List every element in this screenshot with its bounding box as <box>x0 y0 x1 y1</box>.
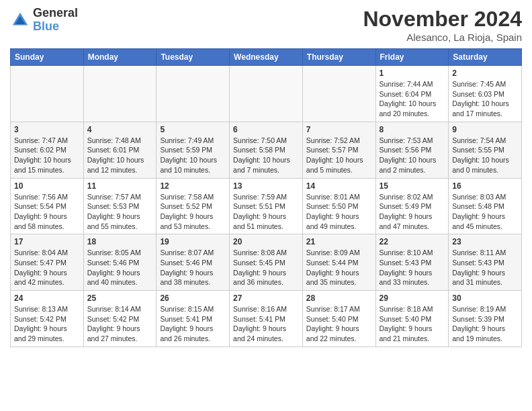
col-friday: Friday <box>375 49 449 66</box>
calendar-day: 24Sunrise: 8:13 AM Sunset: 5:42 PM Dayli… <box>11 291 84 347</box>
calendar-week-3: 10Sunrise: 7:56 AM Sunset: 5:54 PM Dayli… <box>11 178 522 234</box>
calendar-day: 23Sunrise: 8:11 AM Sunset: 5:43 PM Dayli… <box>449 234 522 291</box>
day-number: 25 <box>87 293 153 303</box>
calendar-day: 2Sunrise: 7:45 AM Sunset: 6:03 PM Daylig… <box>449 66 522 122</box>
calendar-day: 1Sunrise: 7:44 AM Sunset: 6:04 PM Daylig… <box>375 66 449 122</box>
day-info: Sunrise: 7:53 AM Sunset: 5:56 PM Dayligh… <box>380 136 445 175</box>
day-number: 30 <box>452 293 518 303</box>
day-number: 3 <box>14 125 80 134</box>
page-header: General Blue November 2024 Alesanco, La … <box>10 7 522 43</box>
calendar-day: 8Sunrise: 7:53 AM Sunset: 5:56 PM Daylig… <box>375 122 449 178</box>
day-info: Sunrise: 8:05 AM Sunset: 5:46 PM Dayligh… <box>87 248 153 287</box>
day-number: 6 <box>233 125 299 134</box>
day-info: Sunrise: 8:13 AM Sunset: 5:42 PM Dayligh… <box>14 304 80 344</box>
calendar-day: 30Sunrise: 8:19 AM Sunset: 5:39 PM Dayli… <box>449 291 522 347</box>
calendar-header-row: Sunday Monday Tuesday Wednesday Thursday… <box>11 49 522 66</box>
calendar-week-1: 1Sunrise: 7:44 AM Sunset: 6:04 PM Daylig… <box>11 66 522 122</box>
day-info: Sunrise: 7:58 AM Sunset: 5:52 PM Dayligh… <box>160 192 226 232</box>
calendar-day: 28Sunrise: 8:17 AM Sunset: 5:40 PM Dayli… <box>302 291 375 347</box>
logo-text-general: General <box>33 7 78 20</box>
day-info: Sunrise: 8:04 AM Sunset: 5:47 PM Dayligh… <box>14 248 80 287</box>
day-number: 7 <box>306 125 372 134</box>
day-number: 8 <box>380 125 445 134</box>
calendar-day: 16Sunrise: 8:03 AM Sunset: 5:48 PM Dayli… <box>449 178 522 234</box>
col-sunday: Sunday <box>11 49 84 66</box>
calendar-day: 21Sunrise: 8:09 AM Sunset: 5:44 PM Dayli… <box>302 234 375 291</box>
month-title: November 2024 <box>363 7 522 32</box>
day-info: Sunrise: 7:45 AM Sunset: 6:03 PM Dayligh… <box>452 79 518 119</box>
day-number: 15 <box>380 181 445 191</box>
col-thursday: Thursday <box>302 49 375 66</box>
day-number: 20 <box>233 237 299 246</box>
calendar-day <box>83 66 157 122</box>
calendar-day <box>157 66 230 122</box>
day-number: 24 <box>14 293 80 303</box>
day-info: Sunrise: 8:01 AM Sunset: 5:50 PM Dayligh… <box>306 192 372 232</box>
day-number: 2 <box>452 68 518 78</box>
logo-icon <box>10 10 30 30</box>
day-info: Sunrise: 7:47 AM Sunset: 6:02 PM Dayligh… <box>14 136 80 175</box>
calendar-day: 11Sunrise: 7:57 AM Sunset: 5:53 PM Dayli… <box>83 178 157 234</box>
calendar-day: 25Sunrise: 8:14 AM Sunset: 5:42 PM Dayli… <box>83 291 157 347</box>
calendar-day: 7Sunrise: 7:52 AM Sunset: 5:57 PM Daylig… <box>302 122 375 178</box>
day-number: 11 <box>87 181 153 191</box>
day-info: Sunrise: 8:19 AM Sunset: 5:39 PM Dayligh… <box>452 304 518 344</box>
day-info: Sunrise: 7:54 AM Sunset: 5:55 PM Dayligh… <box>452 136 518 175</box>
calendar-day: 19Sunrise: 8:07 AM Sunset: 5:46 PM Dayli… <box>157 234 230 291</box>
calendar-day: 29Sunrise: 8:18 AM Sunset: 5:40 PM Dayli… <box>375 291 449 347</box>
col-tuesday: Tuesday <box>157 49 230 66</box>
calendar-day: 17Sunrise: 8:04 AM Sunset: 5:47 PM Dayli… <box>11 234 84 291</box>
col-monday: Monday <box>83 49 157 66</box>
day-number: 17 <box>14 237 80 246</box>
day-number: 28 <box>306 293 372 303</box>
day-info: Sunrise: 7:50 AM Sunset: 5:58 PM Dayligh… <box>233 136 299 175</box>
day-number: 23 <box>452 237 518 246</box>
calendar-day: 27Sunrise: 8:16 AM Sunset: 5:41 PM Dayli… <box>230 291 303 347</box>
logo-text-blue: Blue <box>33 20 78 34</box>
day-number: 12 <box>160 181 226 191</box>
day-number: 21 <box>306 237 372 246</box>
calendar-day: 14Sunrise: 8:01 AM Sunset: 5:50 PM Dayli… <box>302 178 375 234</box>
day-number: 10 <box>14 181 80 191</box>
calendar-day <box>302 66 375 122</box>
calendar-week-5: 24Sunrise: 8:13 AM Sunset: 5:42 PM Dayli… <box>11 291 522 347</box>
day-number: 27 <box>233 293 299 303</box>
day-info: Sunrise: 7:56 AM Sunset: 5:54 PM Dayligh… <box>14 192 80 232</box>
calendar-day: 3Sunrise: 7:47 AM Sunset: 6:02 PM Daylig… <box>11 122 84 178</box>
calendar-day <box>230 66 303 122</box>
col-wednesday: Wednesday <box>230 49 303 66</box>
calendar-day: 15Sunrise: 8:02 AM Sunset: 5:49 PM Dayli… <box>375 178 449 234</box>
day-info: Sunrise: 8:03 AM Sunset: 5:48 PM Dayligh… <box>452 192 518 232</box>
calendar-day: 22Sunrise: 8:10 AM Sunset: 5:43 PM Dayli… <box>375 234 449 291</box>
calendar-week-2: 3Sunrise: 7:47 AM Sunset: 6:02 PM Daylig… <box>11 122 522 178</box>
day-info: Sunrise: 8:07 AM Sunset: 5:46 PM Dayligh… <box>160 248 226 287</box>
day-info: Sunrise: 8:16 AM Sunset: 5:41 PM Dayligh… <box>233 304 299 344</box>
calendar-day <box>11 66 84 122</box>
logo: General Blue <box>10 7 78 34</box>
day-info: Sunrise: 8:17 AM Sunset: 5:40 PM Dayligh… <box>306 304 372 344</box>
day-info: Sunrise: 7:48 AM Sunset: 6:01 PM Dayligh… <box>87 136 153 175</box>
day-number: 26 <box>160 293 226 303</box>
day-number: 29 <box>380 293 445 303</box>
day-info: Sunrise: 8:18 AM Sunset: 5:40 PM Dayligh… <box>380 304 445 344</box>
day-info: Sunrise: 8:09 AM Sunset: 5:44 PM Dayligh… <box>306 248 372 287</box>
day-number: 9 <box>452 125 518 134</box>
calendar-day: 12Sunrise: 7:58 AM Sunset: 5:52 PM Dayli… <box>157 178 230 234</box>
calendar-day: 13Sunrise: 7:59 AM Sunset: 5:51 PM Dayli… <box>230 178 303 234</box>
day-number: 16 <box>452 181 518 191</box>
page-container: General Blue November 2024 Alesanco, La … <box>0 0 532 354</box>
day-info: Sunrise: 8:11 AM Sunset: 5:43 PM Dayligh… <box>452 248 518 287</box>
day-number: 5 <box>160 125 226 134</box>
day-info: Sunrise: 7:57 AM Sunset: 5:53 PM Dayligh… <box>87 192 153 232</box>
day-info: Sunrise: 8:15 AM Sunset: 5:41 PM Dayligh… <box>160 304 226 344</box>
calendar-day: 9Sunrise: 7:54 AM Sunset: 5:55 PM Daylig… <box>449 122 522 178</box>
calendar-day: 26Sunrise: 8:15 AM Sunset: 5:41 PM Dayli… <box>157 291 230 347</box>
day-info: Sunrise: 8:08 AM Sunset: 5:45 PM Dayligh… <box>233 248 299 287</box>
calendar-day: 4Sunrise: 7:48 AM Sunset: 6:01 PM Daylig… <box>83 122 157 178</box>
day-info: Sunrise: 7:49 AM Sunset: 5:59 PM Dayligh… <box>160 136 226 175</box>
day-number: 19 <box>160 237 226 246</box>
day-info: Sunrise: 7:44 AM Sunset: 6:04 PM Dayligh… <box>380 79 445 119</box>
day-number: 4 <box>87 125 153 134</box>
calendar-day: 10Sunrise: 7:56 AM Sunset: 5:54 PM Dayli… <box>11 178 84 234</box>
calendar-day: 20Sunrise: 8:08 AM Sunset: 5:45 PM Dayli… <box>230 234 303 291</box>
